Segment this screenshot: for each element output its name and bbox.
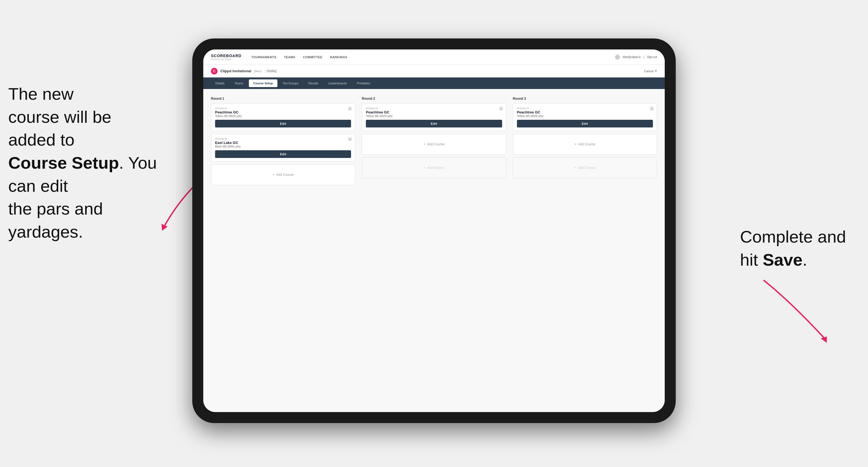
round-3-column: Round 3 ⊟ (Course A) Peachtree GC Yellow…: [513, 97, 657, 188]
round-1-column: Round 1 ⊟ (Course A) Peachtree GC Yellow…: [211, 97, 355, 188]
round-1-course-b-delete[interactable]: ⊟: [348, 137, 352, 141]
top-nav-right: blair@clippd.io | Sign out: [615, 55, 657, 60]
sign-out-link[interactable]: Sign out: [647, 56, 657, 59]
round-2-course-a-delete[interactable]: ⊟: [499, 106, 503, 111]
logo-icon: C: [211, 68, 218, 74]
round-3-header: Round 3: [513, 97, 657, 100]
round-3-course-a-edit-button[interactable]: Edit: [517, 120, 653, 127]
rounds-grid: Round 1 ⊟ (Course A) Peachtree GC Yellow…: [211, 97, 657, 188]
round-1-course-b-edit-button[interactable]: Edit: [215, 150, 351, 158]
svg-marker-1: [821, 337, 827, 343]
nav-tournaments[interactable]: TOURNAMENTS: [251, 56, 276, 59]
round-2-column: Round 2 ⊟ (Course A) Peachtree GC Yellow…: [362, 97, 506, 188]
round-3-course-a-label: (Course A): [517, 107, 653, 110]
round-3-course-a-delete[interactable]: ⊟: [650, 106, 654, 111]
hosting-badge: Hosting: [265, 69, 278, 73]
tab-teams[interactable]: Teams: [230, 80, 248, 87]
nav-committee[interactable]: COMMITTEE: [303, 56, 322, 59]
add-course-icon: +: [273, 173, 274, 177]
tab-course-setup[interactable]: Course Setup: [249, 80, 277, 87]
round-2-add-course-disabled: + Add Course: [362, 157, 506, 178]
annotation-left: The new course will be added to Course S…: [8, 83, 167, 243]
round-1-course-b-tee: Black (M) (6891 yds): [215, 145, 351, 148]
round-2-add-course-label: Add Course: [427, 142, 444, 146]
sub-header-left: C Clippd Invitational (Men) Hosting: [211, 68, 278, 74]
round-1-add-course-button[interactable]: + Add Course: [211, 164, 355, 185]
brand-title: SCOREBOARD: [211, 54, 242, 58]
arrow-right: [758, 275, 846, 352]
round-3-course-a-card: ⊟ (Course A) Peachtree GC Yellow (M) (66…: [513, 103, 657, 131]
separator: |: [644, 56, 644, 59]
add-course-icon-2: +: [424, 142, 426, 146]
brand: SCOREBOARD Powered by clippd: [211, 54, 242, 60]
round-2-header: Round 2: [362, 97, 506, 100]
round-1-course-b-name: East Lake GC: [215, 141, 351, 145]
annotation-right: Complete and hit Save.: [740, 225, 846, 271]
top-nav: SCOREBOARD Powered by clippd TOURNAMENTS…: [203, 50, 665, 65]
sub-header: C Clippd Invitational (Men) Hosting Canc…: [203, 65, 665, 77]
tablet-frame: SCOREBOARD Powered by clippd TOURNAMENTS…: [192, 38, 676, 423]
round-1-add-course-label: Add Course: [276, 173, 293, 177]
round-1-course-a-name: Peachtree GC: [215, 110, 351, 114]
nav-rankings[interactable]: RANKINGS: [330, 56, 347, 59]
round-1-header: Round 1: [211, 97, 355, 100]
round-1-course-a-delete[interactable]: ⊟: [348, 106, 352, 111]
round-3-add-course-disabled: + Add Course: [513, 157, 657, 178]
round-2-course-a-card: ⊟ (Course A) Peachtree GC Yellow (M) (66…: [362, 103, 506, 131]
round-1-course-a-card: ⊟ (Course A) Peachtree GC Yellow (M) (66…: [211, 103, 355, 131]
tablet-screen: SCOREBOARD Powered by clippd TOURNAMENTS…: [203, 50, 665, 412]
round-2-course-a-label: (Course A): [366, 107, 502, 110]
tab-leaderboards[interactable]: Leaderboards: [324, 80, 351, 87]
round-3-course-a-tee: Yellow (M) (6629 yds): [517, 115, 653, 118]
round-3-add-course-button[interactable]: + Add Course: [513, 134, 657, 155]
tab-details[interactable]: Details: [211, 80, 229, 87]
tab-printables[interactable]: Printables: [352, 80, 375, 87]
round-3-add-course-label: Add Course: [578, 142, 595, 146]
cancel-button[interactable]: Cancel ✕: [644, 69, 657, 73]
top-nav-links: TOURNAMENTS TEAMS COMMITTEE RANKINGS: [251, 56, 615, 59]
close-icon: ✕: [655, 69, 657, 73]
tabs-bar: Details Teams Course Setup Tee Groups Re…: [203, 77, 665, 89]
add-course-icon-3: +: [575, 142, 576, 146]
round-1-course-b-card: ⊟ (Course B) East Lake GC Black (M) (689…: [211, 134, 355, 161]
user-email: blair@clippd.io: [623, 56, 641, 59]
round-2-course-a-edit-button[interactable]: Edit: [366, 120, 502, 127]
round-1-course-a-tee: Yellow (M) (6629 yds): [215, 115, 351, 118]
round-1-course-a-edit-button[interactable]: Edit: [215, 120, 351, 127]
round-2-course-a-tee: Yellow (M) (6629 yds): [366, 115, 502, 118]
round-3-add-course-disabled-label: Add Course: [578, 166, 595, 170]
round-1-course-b-label: (Course B): [215, 137, 351, 140]
user-avatar: [615, 55, 620, 60]
tournament-name: Clippd Invitational: [220, 69, 251, 73]
round-2-add-course-disabled-label: Add Course: [427, 166, 444, 170]
tab-results[interactable]: Results: [304, 80, 323, 87]
add-course-icon-3b: +: [575, 166, 576, 170]
nav-teams[interactable]: TEAMS: [284, 56, 295, 59]
round-2-course-a-name: Peachtree GC: [366, 110, 502, 114]
round-2-add-course-button[interactable]: + Add Course: [362, 134, 506, 155]
tab-tee-groups[interactable]: Tee Groups: [279, 80, 303, 87]
round-1-course-a-label: (Course A): [215, 107, 351, 110]
brand-sub: Powered by clippd: [211, 58, 242, 60]
main-content: Round 1 ⊟ (Course A) Peachtree GC Yellow…: [203, 89, 665, 412]
add-course-icon-2b: +: [424, 166, 426, 170]
tournament-gender: (Men): [254, 69, 262, 73]
round-3-course-a-name: Peachtree GC: [517, 110, 653, 114]
